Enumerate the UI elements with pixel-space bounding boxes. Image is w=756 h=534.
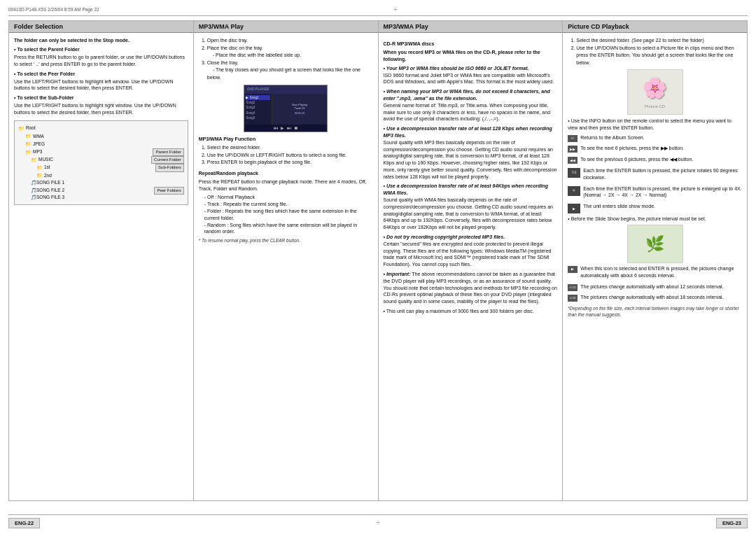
bottom-footer: ENG-22 + ENG-23 bbox=[8, 514, 748, 528]
player-list-item-2: Song2 bbox=[246, 100, 270, 105]
peer-folder-label: • To select the Peer Folder bbox=[14, 71, 188, 78]
columns-wrapper: Folder Selection The folder can only be … bbox=[8, 20, 748, 501]
sub-folder-section: • To select the Sub-Folder Use the LEFT/… bbox=[14, 94, 188, 116]
slideshow-note: • Before the Slide Show begins, the pict… bbox=[568, 216, 742, 223]
player-left-panel: ▶ Song1 Song2 Song3 Song4 Song5 bbox=[244, 94, 272, 125]
icon-prev-row: ◀◀ To see the previous 6 pictures, press… bbox=[568, 156, 742, 165]
player-screenshot: DVD PLAYER ▶ Song1 Song2 Song3 Song4 Son… bbox=[244, 85, 328, 132]
play-interval-icon: ▶ bbox=[568, 266, 578, 273]
info-btn-note: • Use the INFO button on the remote cont… bbox=[568, 118, 742, 132]
col-header-folder-selection: Folder Selection bbox=[9, 21, 193, 33]
player-track-info: Now Playing Track 01 00:01:23 bbox=[292, 103, 307, 116]
peer-folder-text: Use the LEFT/RIGHT buttons to highlight … bbox=[14, 78, 188, 92]
cdr-bullet-important-text: • Important: The above recommendations c… bbox=[384, 271, 558, 305]
repeat-note: * To resume normal play, press the CLEAR… bbox=[199, 237, 373, 244]
repeat-track: - Track : Repeats the current song file. bbox=[199, 201, 373, 208]
parent-folder-tag: Parent Folder bbox=[153, 148, 183, 157]
icon-rotate-row: ↻1 Each time the ENTER button is pressed… bbox=[568, 167, 742, 183]
mp3-play-function-title: MP3/WMA Play Function bbox=[199, 136, 373, 143]
play-step-3: Press ENTER to begin playback of the son… bbox=[207, 159, 373, 167]
next-text: To see the next 6 pictures, press the ▶▶… bbox=[580, 145, 684, 152]
play-step-2: Use the UP/DOWN or LEFT/RIGHT buttons to… bbox=[207, 152, 373, 160]
icon-zoom-row: 🔍 Each time the ENTER button is pressed,… bbox=[568, 185, 742, 202]
tree-song2: 🎵 SONG FILE 2 Peer Folders bbox=[18, 187, 184, 194]
flower-image-1: 🌸 bbox=[643, 74, 667, 103]
cdr-bullet-2-text: • When naming your MP3 or WMA files, do … bbox=[384, 88, 558, 122]
interval18-icon: ⏱18 bbox=[568, 295, 578, 302]
player-prev-btn: ⏮ bbox=[274, 125, 278, 132]
player-play-btn: ▶ bbox=[281, 125, 284, 132]
sub-folder-label: • To select the Sub-Folder bbox=[14, 94, 188, 101]
player-list-item-4: Song4 bbox=[246, 111, 270, 115]
col-picture-cd: Picture CD Playback Select the desired f… bbox=[563, 20, 748, 501]
step-close-tray: Close the tray.- The tray closes and you… bbox=[207, 59, 373, 82]
cdr-bullet-4-text: • Use a decompression transfer rate of a… bbox=[384, 183, 558, 231]
cd-image-box-2: 🌿 bbox=[627, 225, 683, 263]
tree-wma: 📁 WMA bbox=[18, 132, 184, 140]
zoom-text: Each time the ENTER button is pressed, t… bbox=[583, 185, 742, 199]
footer-page-left: ENG-22 bbox=[8, 518, 40, 528]
folder-tree-box: 📁 Root 📁 WMA 📁 JPEG 📁 MP3 Parent Folder … bbox=[14, 120, 188, 205]
tree-mp3: 📁 MP3 Parent Folder bbox=[18, 148, 184, 156]
tree-music: 📁 MUSIC Current Folder bbox=[18, 156, 184, 164]
icon-interval12-row: ⏱12 The pictures change automatically wi… bbox=[568, 283, 742, 293]
col-mp3-wma-play-2: MP3/WMA Play CD-R MP3/WMA discs When you… bbox=[379, 20, 564, 501]
cdr-bullet-3-text: • Use a decompression transfer rate of a… bbox=[384, 125, 558, 180]
col-body-folder-selection: The folder can only be selected in the S… bbox=[9, 33, 193, 500]
return-icon: ↩ bbox=[568, 135, 578, 142]
repeat-folder: - Folder : Repeats the song files which … bbox=[199, 208, 373, 222]
player-next-btn: ⏭ bbox=[287, 125, 291, 132]
cdr-max-files: • This unit can play a maximum of 3000 f… bbox=[384, 308, 558, 315]
cdr-bullet-5-text: • Do not try recording copyright protect… bbox=[384, 234, 558, 268]
player-right-panel: Now Playing Track 01 00:01:23 bbox=[272, 94, 327, 125]
cd-image-label-1: Picture CD bbox=[645, 104, 665, 110]
cdr-title: CD-R MP3/WMA discs bbox=[384, 41, 558, 48]
col-header-picture-cd: Picture CD Playback bbox=[563, 21, 747, 33]
player-list-item-5: Song5 bbox=[246, 115, 270, 120]
cdr-bullet-2: • When naming your MP3 or WMA files, do … bbox=[384, 88, 558, 122]
icon-interval18-row: ⏱18 The pictures change automatically wi… bbox=[568, 294, 742, 303]
sub-folders-tag: Sub-Folders bbox=[155, 164, 184, 172]
repeat-random-intro: Press the REPEAT button to change playba… bbox=[199, 178, 373, 192]
folder-stop-mode-text: The folder can only be selected in the S… bbox=[14, 37, 188, 44]
rotate-icon: ↻1 bbox=[568, 168, 580, 178]
cd-image-box-1: 🌸 Picture CD bbox=[627, 69, 683, 115]
player-header-text: DVD PLAYER bbox=[247, 87, 269, 92]
parent-folder-section: • To select the Parent Folder Press the … bbox=[14, 46, 188, 68]
icon-slideshow-row: ▶ The unit enters slide show mode. bbox=[568, 203, 742, 213]
col-header-mp3-wma-2: MP3/WMA Play bbox=[379, 21, 563, 33]
player-header-bar: DVD PLAYER bbox=[244, 85, 327, 94]
repeat-random-title: Repeat/Random playback bbox=[199, 170, 373, 177]
play-function-steps: Select the desired folder. Use the UP/DO… bbox=[199, 144, 373, 167]
col-folder-selection: Folder Selection The folder can only be … bbox=[8, 20, 194, 501]
tree-1st: 📁 1st Sub-Folders bbox=[18, 164, 184, 171]
picture-cd-steps: Select the desired folder. (See page 22 … bbox=[568, 37, 742, 66]
play-interval-text: When this icon is selected and ENTER is … bbox=[580, 265, 742, 279]
player-stop-btn: ⏹ bbox=[294, 125, 298, 132]
icon-return-row: ↩ Returns to the Album Screen. bbox=[568, 134, 742, 143]
tree-root: 📁 Root bbox=[18, 125, 184, 132]
col-header-mp3-wma: MP3/WMA Play bbox=[194, 21, 378, 33]
top-crosshair: + bbox=[393, 6, 398, 13]
file-size-note: *Depending on the file size, each interv… bbox=[568, 305, 742, 318]
player-content: ▶ Song1 Song2 Song3 Song4 Song5 Now Play… bbox=[244, 94, 327, 125]
parent-folder-label: • To select the Parent Folder bbox=[14, 46, 188, 53]
cdr-bullet-1: • Your MP3 or WMA files should be ISO 96… bbox=[384, 65, 558, 85]
peer-folders-tag: Peer Folders bbox=[154, 187, 183, 195]
prev-icon: ◀◀ bbox=[568, 157, 578, 164]
icon-next-row: ▶▶ To see the next 6 pictures, press the… bbox=[568, 145, 742, 154]
peer-folder-section: • To select the Peer Folder Use the LEFT… bbox=[14, 71, 188, 92]
current-folder-tag: Current Folder bbox=[151, 156, 184, 164]
flower-image-2: 🌿 bbox=[645, 233, 664, 255]
info-btn-text: • Use the INFO button on the remote cont… bbox=[568, 118, 742, 132]
icon-play-interval-row: ▶ When this icon is selected and ENTER i… bbox=[568, 265, 742, 281]
print-info: 00410D-P148-X5S 2/26/04 8:59 AM Page 22 bbox=[8, 7, 99, 12]
cdr-bullet-3: • Use a decompression transfer rate of a… bbox=[384, 125, 558, 180]
step-open-tray: Open the disc tray. bbox=[207, 37, 373, 45]
zoom-icon: 🔍 bbox=[568, 186, 580, 196]
repeat-random: - Random : Song files which have the sam… bbox=[199, 222, 373, 236]
cdr-intro: When you record MP3 or WMA files on the … bbox=[384, 49, 558, 63]
interval18-text: The pictures change automatically with a… bbox=[580, 294, 723, 301]
sub-folder-text: Use the LEFT/RIGHT buttons to highlight … bbox=[14, 102, 188, 116]
slideshow-text: The unit enters slide show mode. bbox=[583, 203, 655, 210]
